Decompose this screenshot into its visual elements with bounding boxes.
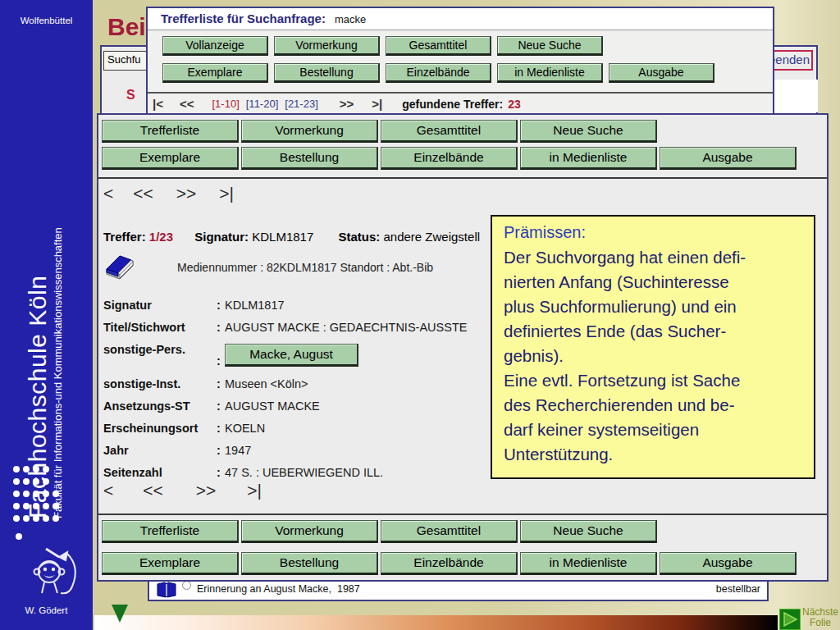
next-page-button[interactable]: >> — [340, 97, 354, 111]
neue-suche-button[interactable]: Neue Suche — [520, 120, 657, 143]
dot — [43, 503, 49, 509]
author-label: W. Gödert — [0, 605, 93, 615]
signatur-header-value: KDLM1817 — [252, 230, 313, 244]
next-slide-button[interactable] — [779, 609, 801, 630]
einzelbaende-button[interactable]: Einzelbände — [381, 147, 518, 170]
field-value: AUGUST MACKE : GEDAECHTNIS-AUSSTE — [225, 321, 467, 334]
in-medienliste-button[interactable]: in Medienliste — [520, 147, 657, 170]
prev-page-button[interactable]: << — [180, 97, 194, 111]
org-vertical-title: Fachhochschule Köln Fakultät für Informa… — [25, 108, 65, 518]
dot — [43, 466, 49, 472]
found-hits-label: gefundene Treffer: — [402, 98, 503, 111]
progress-gradient-bar — [94, 615, 778, 630]
colon: : — [217, 466, 221, 479]
ausgabe-button[interactable]: Ausgabe — [660, 147, 797, 170]
next-record-button[interactable]: >> — [196, 481, 217, 500]
colon: : — [217, 299, 221, 312]
dot — [33, 515, 39, 522]
dot — [43, 515, 49, 522]
search-term: macke — [335, 13, 366, 25]
record-header: Treffer: 1/23 Signatur: KDLM1817 Status:… — [103, 230, 480, 244]
neue-suche-button[interactable]: Neue Suche — [497, 36, 603, 56]
field-label: Ansetzungs-ST — [103, 399, 190, 413]
result-status: bestellbar — [716, 583, 760, 595]
trefferliste-button[interactable]: Trefferliste — [102, 120, 239, 143]
background-white-band — [767, 80, 818, 112]
vormerkung-button[interactable]: Vormerkung — [241, 120, 378, 143]
dot — [52, 491, 59, 497]
position-marker-icon — [112, 605, 128, 623]
next-slide-label[interactable]: Nächste Folie — [801, 607, 840, 628]
media-number-line: Mediennummer : 82KDLM1817 Standort : Abt… — [177, 261, 433, 274]
ausgabe-button[interactable]: Ausgabe — [609, 63, 714, 83]
dot — [23, 515, 30, 522]
result-list-titlebar: Trefferliste für Suchanfrage: macke — [148, 8, 773, 30]
last-record-button[interactable]: >| — [247, 481, 262, 500]
field-value: AUGUST MACKE — [225, 399, 320, 413]
page-link-11-20[interactable]: [11-20] — [246, 98, 279, 110]
field-value: 47 S. : UEBERWIEGEND ILL. — [225, 466, 383, 479]
bestellung-button[interactable]: Bestellung — [241, 552, 378, 575]
vormerkung-button[interactable]: Vormerkung — [274, 36, 380, 56]
field-label: sonstige-Inst. — [103, 377, 180, 390]
vollanzeige-button[interactable]: Vollanzeige — [162, 36, 268, 56]
dot — [13, 491, 20, 497]
first-record-button[interactable]: < — [103, 481, 113, 500]
campus-label: Wolfenbüttel — [0, 16, 93, 25]
dot — [52, 503, 59, 509]
annotation-note: Prämissen: Der Suchvorgang hat einen def… — [491, 215, 815, 479]
note-body: Der Suchvorgang hat einen defi- nierten … — [504, 245, 802, 467]
exemplare-button[interactable]: Exemplare — [102, 552, 239, 575]
note-title: Prämissen: — [504, 223, 802, 242]
org-name: Fachhochschule Köln — [25, 108, 51, 518]
next-record-button[interactable]: >> — [176, 184, 197, 203]
last-page-button[interactable]: >| — [372, 97, 382, 111]
gesamttitel-button[interactable]: Gesamttitel — [386, 36, 491, 56]
neue-suche-button[interactable]: Neue Suche — [520, 520, 657, 543]
dot — [23, 491, 30, 497]
dot — [13, 466, 20, 472]
prev-record-button[interactable]: << — [133, 184, 153, 203]
record-nav-bottom: < << >> >| — [103, 481, 262, 500]
gesamttitel-button[interactable]: Gesamttitel — [381, 520, 518, 543]
first-record-button[interactable]: < — [103, 184, 113, 203]
prev-record-button[interactable]: << — [143, 481, 163, 500]
field-label: Signatur — [103, 299, 152, 312]
einzelbaende-button[interactable]: Einzelbände — [381, 552, 518, 575]
exemplare-button[interactable]: Exemplare — [162, 63, 268, 83]
bestellung-button[interactable]: Bestellung — [274, 63, 380, 83]
page-link-1-10[interactable]: [1-10] — [212, 98, 240, 110]
dot — [23, 466, 30, 472]
in-medienliste-button[interactable]: in Medienliste — [520, 552, 657, 575]
status-value: andere Zweigstell — [383, 230, 480, 244]
colon: : — [217, 354, 221, 368]
page-link-21-23[interactable]: [21-23] — [285, 98, 317, 110]
ausgabe-button[interactable]: Ausgabe — [660, 552, 797, 575]
colon: : — [217, 321, 221, 334]
dot — [43, 478, 49, 485]
colon: : — [217, 422, 221, 435]
exemplare-button[interactable]: Exemplare — [102, 147, 239, 170]
sidebar: Wolfenbüttel Fachhochschule Köln Fakultä… — [0, 0, 93, 630]
dot — [52, 515, 59, 522]
gesamttitel-button[interactable]: Gesamttitel — [381, 120, 518, 143]
dot — [23, 503, 30, 509]
pagination-bar: |< << [1-10] [11-20] [21-23] >> >| gefun… — [153, 97, 760, 111]
book-icon — [156, 581, 177, 599]
dot — [13, 515, 20, 522]
field-label: sonstige-Pers. — [103, 343, 185, 356]
dot — [43, 491, 49, 497]
field-label: Titel/Stichwort — [103, 321, 185, 334]
vormerkung-button[interactable]: Vormerkung — [241, 520, 378, 543]
einzelbaende-button[interactable]: Einzelbände — [386, 63, 491, 83]
status-label: Status: — [338, 230, 380, 244]
macke-august-button[interactable]: Macke, August — [225, 344, 358, 367]
first-page-button[interactable]: |< — [153, 97, 163, 111]
signatur-header-label: Signatur: — [194, 230, 249, 244]
last-record-button[interactable]: >| — [219, 184, 234, 203]
treffer-label: Treffer: — [103, 230, 146, 244]
trefferliste-button[interactable]: Trefferliste — [102, 520, 239, 543]
result-radio[interactable] — [182, 581, 191, 590]
bestellung-button[interactable]: Bestellung — [241, 147, 378, 170]
in-medienliste-button[interactable]: in Medienliste — [497, 63, 603, 83]
